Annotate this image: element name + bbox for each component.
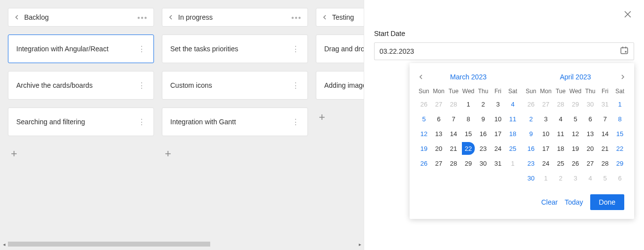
calendar-day[interactable]: 13 [583, 127, 598, 140]
calendar-day[interactable]: 29 [568, 98, 583, 110]
calendar-day[interactable]: 27 [431, 98, 446, 110]
calendar-day[interactable]: 24 [538, 157, 553, 170]
calendar-day[interactable]: 27 [583, 157, 598, 170]
calendar-day[interactable]: 27 [538, 98, 553, 110]
calendar-day[interactable]: 26 [417, 157, 431, 170]
card-menu-icon[interactable]: ⋮ [133, 42, 151, 56]
calendar-day[interactable]: 17 [491, 127, 505, 140]
column-header[interactable]: In progress●●● [162, 8, 308, 27]
done-button[interactable]: Done [590, 194, 624, 210]
calendar-day[interactable]: 1 [461, 98, 476, 110]
add-card-button[interactable]: + [8, 144, 154, 164]
calendar-day[interactable]: 4 [505, 98, 520, 110]
calendar-day[interactable]: 31 [491, 157, 505, 170]
card-menu-icon[interactable]: ⋮ [287, 79, 304, 92]
calendar-day[interactable]: 5 [568, 112, 583, 125]
calendar-day[interactable]: 26 [568, 157, 583, 170]
calendar-day[interactable]: 4 [583, 172, 598, 184]
kanban-card[interactable]: Set the tasks priorities⋮ [162, 35, 308, 63]
calendar-day[interactable]: 6 [431, 112, 446, 125]
calendar-day[interactable]: 21 [598, 142, 612, 155]
calendar-day[interactable]: 22 [462, 142, 475, 155]
calendar-day[interactable]: 20 [583, 142, 598, 155]
add-card-button[interactable]: + [316, 107, 364, 127]
calendar-day[interactable]: 9 [524, 127, 538, 140]
calendar-day[interactable]: 1 [612, 98, 627, 110]
calendar-day[interactable]: 12 [568, 127, 583, 140]
calendar-day[interactable]: 12 [417, 127, 431, 140]
calendar-day[interactable]: 7 [446, 112, 461, 125]
calendar-day[interactable]: 3 [491, 98, 505, 110]
column-menu-icon[interactable]: ●●● [135, 13, 150, 22]
calendar-day[interactable]: 11 [505, 112, 520, 125]
calendar-day[interactable]: 20 [431, 142, 446, 155]
calendar-day[interactable]: 28 [446, 98, 461, 110]
calendar-day[interactable]: 30 [476, 157, 491, 170]
prev-month-icon[interactable] [417, 71, 425, 83]
calendar-day[interactable]: 18 [553, 142, 568, 155]
calendar-day[interactable]: 5 [598, 172, 612, 184]
calendar-day[interactable]: 28 [598, 157, 612, 170]
calendar-day[interactable]: 29 [461, 157, 476, 170]
calendar-day[interactable]: 10 [491, 112, 505, 125]
calendar-day[interactable]: 23 [476, 142, 491, 155]
card-menu-icon[interactable]: ⋮ [287, 42, 304, 56]
calendar-icon[interactable] [620, 46, 629, 57]
kanban-card[interactable]: Searching and filtering⋮ [8, 107, 154, 136]
calendar-day[interactable]: 24 [491, 142, 505, 155]
clear-button[interactable]: Clear [541, 198, 558, 206]
chevron-left-icon[interactable] [322, 13, 327, 22]
calendar-day[interactable]: 6 [583, 112, 598, 125]
start-date-input-wrap[interactable] [374, 42, 634, 60]
calendar-day[interactable]: 8 [612, 112, 627, 125]
scroll-right-icon[interactable]: ▸ [356, 242, 364, 247]
calendar-day[interactable]: 21 [446, 142, 461, 155]
calendar-day[interactable]: 8 [461, 112, 476, 125]
card-menu-icon[interactable]: ⋮ [133, 115, 151, 129]
calendar-day[interactable]: 4 [553, 112, 568, 125]
calendar-day[interactable]: 3 [538, 112, 553, 125]
calendar-day[interactable]: 30 [524, 172, 538, 184]
calendar-day[interactable]: 25 [553, 157, 568, 170]
column-menu-icon[interactable]: ●●● [289, 13, 303, 22]
calendar-day[interactable]: 18 [505, 127, 520, 140]
start-date-input[interactable] [379, 47, 620, 55]
kanban-card[interactable]: Archive the cards/boards⋮ [8, 71, 154, 100]
kanban-card[interactable]: Integration with Angular/React⋮ [8, 35, 154, 63]
calendar-day[interactable]: 28 [446, 157, 461, 170]
calendar-day[interactable]: 2 [476, 98, 491, 110]
calendar-day[interactable]: 23 [524, 157, 538, 170]
calendar-day[interactable]: 2 [553, 172, 568, 184]
calendar-day[interactable]: 14 [598, 127, 612, 140]
kanban-card[interactable]: Integration with Gantt⋮ [162, 107, 308, 136]
kanban-card[interactable]: Drag and drop the cards⋮ [316, 35, 364, 63]
scroll-left-icon[interactable]: ◂ [0, 242, 8, 247]
calendar-day[interactable]: 30 [583, 98, 598, 110]
scroll-track[interactable] [8, 242, 356, 247]
calendar-day[interactable]: 3 [568, 172, 583, 184]
calendar-day[interactable]: 28 [553, 98, 568, 110]
calendar-day[interactable]: 1 [505, 157, 520, 170]
calendar-day[interactable]: 11 [553, 127, 568, 140]
calendar-day[interactable]: 16 [524, 142, 538, 155]
column-header[interactable]: Backlog●●● [8, 8, 154, 27]
calendar-day[interactable]: 27 [431, 157, 446, 170]
kanban-card[interactable]: Custom icons⋮ [162, 71, 308, 100]
add-card-button[interactable]: + [162, 144, 308, 164]
calendar-day[interactable]: 19 [568, 142, 583, 155]
calendar-day[interactable]: 19 [417, 142, 431, 155]
chevron-left-icon[interactable] [14, 13, 19, 22]
calendar-day[interactable]: 5 [417, 112, 431, 125]
calendar-day[interactable]: 26 [417, 98, 431, 110]
column-header[interactable]: Testing●●● [316, 8, 364, 27]
calendar-day[interactable]: 31 [598, 98, 612, 110]
calendar-day[interactable]: 9 [476, 112, 491, 125]
calendar-day[interactable]: 2 [524, 112, 538, 125]
close-icon[interactable] [624, 11, 631, 20]
today-button[interactable]: Today [565, 198, 583, 206]
calendar-day[interactable]: 1 [538, 172, 553, 184]
kanban-card[interactable]: Adding images⋮ [316, 71, 364, 100]
calendar-day[interactable]: 16 [476, 127, 491, 140]
calendar-day[interactable]: 7 [598, 112, 612, 125]
calendar-day[interactable]: 15 [461, 127, 476, 140]
